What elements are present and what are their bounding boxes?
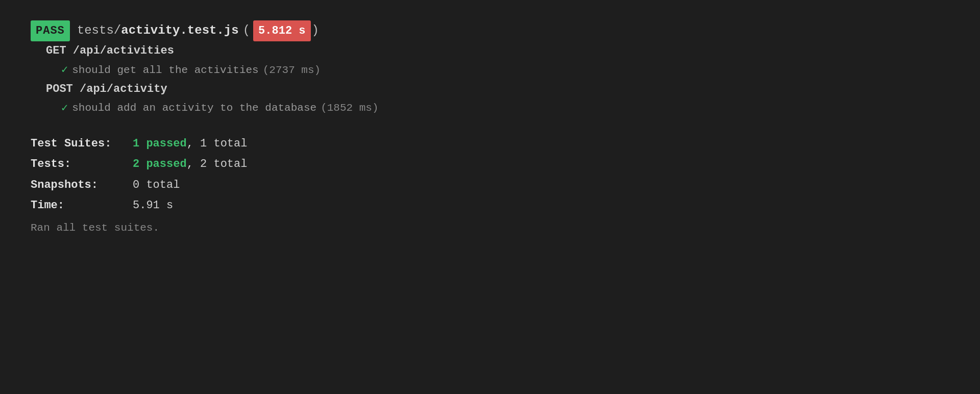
ran-all-text: Ran all test suites. [31, 222, 379, 234]
summary-tests-value: 2 passed, 2 total [133, 155, 247, 175]
summary-suites-value: 1 passed, 1 total [133, 134, 247, 154]
summary-suites-label: Test Suites: [31, 134, 133, 154]
time-badge: 5.812 s [253, 20, 310, 41]
test-result-post-activity: ✓ should add an activity to the database… [61, 99, 379, 118]
test-desc-2: should add an activity to the database [72, 99, 316, 117]
test-result-get-activities: ✓ should get all the activities (2737 ms… [61, 61, 379, 80]
open-paren: ( [243, 20, 250, 41]
summary-block: Test Suites: 1 passed, 1 total Tests: 2 … [31, 134, 379, 234]
test-time-1: (2737 ms) [263, 61, 321, 80]
suite-post-activity: POST /api/activity [31, 80, 379, 98]
test-file-name: activity.test.js [121, 23, 238, 37]
summary-tests-label: Tests: [31, 155, 133, 175]
summary-snapshots-value: 0 total [133, 176, 180, 195]
suite-name-get: GET /api/activities [46, 41, 174, 60]
summary-suites: Test Suites: 1 passed, 1 total [31, 134, 379, 154]
suite-name-post: POST /api/activity [46, 80, 167, 98]
tests-total: , 2 total [187, 158, 248, 170]
suite-get-activities: GET /api/activities [31, 41, 379, 60]
terminal-output: PASS tests/activity.test.js ( 5.812 s ) … [31, 20, 379, 234]
checkmark-1: ✓ [61, 61, 68, 80]
pass-badge: PASS [31, 20, 70, 41]
checkmark-2: ✓ [61, 99, 68, 118]
summary-snapshots-label: Snapshots: [31, 176, 133, 195]
tests-passed: 2 passed [133, 158, 187, 170]
summary-time-value: 5.91 s [133, 196, 173, 216]
close-paren: ) [312, 20, 319, 41]
summary-snapshots: Snapshots: 0 total [31, 176, 379, 195]
summary-time: Time: 5.91 s [31, 196, 379, 216]
suites-passed: 1 passed [133, 137, 187, 150]
pass-line: PASS tests/activity.test.js ( 5.812 s ) [31, 20, 379, 41]
test-desc-1: should get all the activities [72, 61, 258, 80]
test-time-2: (1852 ms) [321, 99, 378, 117]
test-file-path: tests/activity.test.js [77, 20, 239, 41]
summary-tests: Tests: 2 passed, 2 total [31, 155, 379, 175]
suites-total: , 1 total [187, 137, 248, 150]
summary-time-label: Time: [31, 196, 133, 216]
